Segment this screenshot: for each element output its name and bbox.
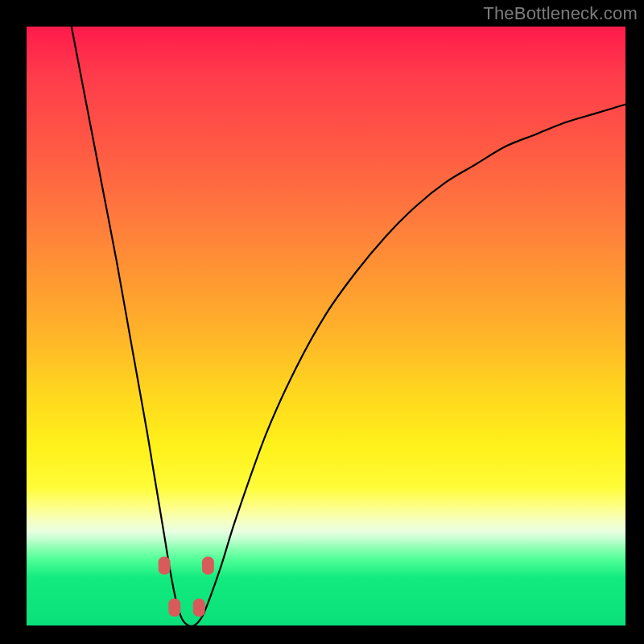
chart-frame: TheBottleneck.com <box>0 0 644 644</box>
curve-marker <box>168 599 180 617</box>
curve-marker <box>159 556 171 574</box>
plot-area <box>27 27 625 625</box>
curve-marker <box>202 556 214 574</box>
bottleneck-curve <box>72 27 625 625</box>
watermark-label: TheBottleneck.com <box>483 3 638 24</box>
curve-layer <box>27 27 625 625</box>
curve-marker <box>193 599 205 617</box>
